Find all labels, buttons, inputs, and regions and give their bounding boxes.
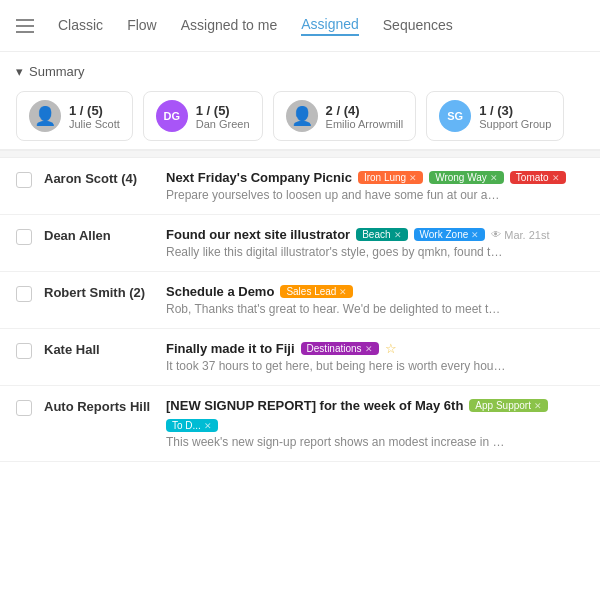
section-divider: [0, 150, 600, 158]
tag[interactable]: Tomato ✕: [510, 171, 566, 184]
card-count: 1 / (5): [196, 103, 250, 118]
tag[interactable]: Work Zone ✕: [414, 228, 486, 241]
conversation-row[interactable]: Kate Hall Finally made it to Fiji Destin…: [0, 329, 600, 386]
tag-remove-icon[interactable]: ✕: [409, 173, 417, 183]
tag[interactable]: To D... ✕: [166, 419, 218, 432]
tag-remove-icon[interactable]: ✕: [204, 421, 212, 431]
card-count: 1 / (5): [69, 103, 120, 118]
subject-line: Found our next site illustrator Beach ✕W…: [166, 227, 584, 242]
tag-remove-icon[interactable]: ✕: [339, 287, 347, 297]
conversation-preview: It took 37 hours to get here, but being …: [166, 359, 506, 373]
card-info: 1 / (5) Julie Scott: [69, 103, 120, 130]
card-name: Emilio Arrowmill: [326, 118, 404, 130]
card-name: Support Group: [479, 118, 551, 130]
chevron-down-icon: ▾: [16, 64, 23, 79]
summary-card-julie[interactable]: 👤 1 / (5) Julie Scott: [16, 91, 133, 141]
conv-date: 👁 Mar. 21st: [491, 229, 549, 241]
conversation-row[interactable]: Robert Smith (2) Schedule a Demo Sales L…: [0, 272, 600, 329]
summary-label: Summary: [29, 64, 85, 79]
tag[interactable]: Iron Lung ✕: [358, 171, 423, 184]
tag-remove-icon[interactable]: ✕: [490, 173, 498, 183]
conversation-subject: [NEW SIGNUP REPORT] for the week of May …: [166, 398, 463, 413]
conversation-row[interactable]: Dean Allen Found our next site illustrat…: [0, 215, 600, 272]
card-info: 1 / (5) Dan Green: [196, 103, 250, 130]
tag[interactable]: App Support ✕: [469, 399, 548, 412]
tag-remove-icon[interactable]: ✕: [471, 230, 479, 240]
card-count: 1 / (3): [479, 103, 551, 118]
conversation-sender: Robert Smith (2): [44, 284, 154, 300]
nav-tab-sequences[interactable]: Sequences: [383, 17, 453, 35]
conversation-checkbox[interactable]: [16, 229, 32, 245]
subject-line: [NEW SIGNUP REPORT] for the week of May …: [166, 398, 584, 432]
conversation-row[interactable]: Aaron Scott (4) Next Friday's Company Pi…: [0, 158, 600, 215]
avatar: 👤: [286, 100, 318, 132]
summary-toggle[interactable]: ▾ Summary: [16, 64, 584, 79]
nav-tab-flow[interactable]: Flow: [127, 17, 157, 35]
conversation-sender: Kate Hall: [44, 341, 154, 357]
nav-tab-assigned-to-me[interactable]: Assigned to me: [181, 17, 278, 35]
tag-remove-icon[interactable]: ✕: [552, 173, 560, 183]
conversation-subject: Found our next site illustrator: [166, 227, 350, 242]
conversation-preview: Really like this digital illustrator's s…: [166, 245, 506, 259]
summary-cards: 👤 1 / (5) Julie Scott DG 1 / (5) Dan Gre…: [16, 91, 584, 141]
conversation-checkbox[interactable]: [16, 286, 32, 302]
tag[interactable]: Sales Lead ✕: [280, 285, 353, 298]
subject-line: Finally made it to Fiji Destinations ✕ ☆: [166, 341, 584, 356]
conversation-content: Found our next site illustrator Beach ✕W…: [166, 227, 584, 259]
summary-section: ▾ Summary 👤 1 / (5) Julie Scott DG 1 / (…: [0, 52, 600, 150]
hamburger-menu[interactable]: [16, 19, 34, 33]
conversation-sender: Auto Reports Hill: [44, 398, 154, 414]
card-info: 1 / (3) Support Group: [479, 103, 551, 130]
tag[interactable]: Wrong Way ✕: [429, 171, 504, 184]
summary-card-support[interactable]: SG 1 / (3) Support Group: [426, 91, 564, 141]
conversation-subject: Next Friday's Company Picnic: [166, 170, 352, 185]
conversation-preview: Rob, Thanks that's great to hear. We'd b…: [166, 302, 506, 316]
conversation-content: [NEW SIGNUP REPORT] for the week of May …: [166, 398, 584, 449]
conversation-subject: Finally made it to Fiji: [166, 341, 295, 356]
subject-line: Next Friday's Company Picnic Iron Lung ✕…: [166, 170, 584, 185]
avatar: 👤: [29, 100, 61, 132]
conversation-checkbox[interactable]: [16, 172, 32, 188]
summary-card-emilio[interactable]: 👤 2 / (4) Emilio Arrowmill: [273, 91, 417, 141]
conversation-content: Finally made it to Fiji Destinations ✕ ☆…: [166, 341, 584, 373]
conversation-preview: This week's new sign-up report shows an …: [166, 435, 506, 449]
top-nav: ClassicFlowAssigned to meAssignedSequenc…: [0, 0, 600, 52]
conversation-sender: Aaron Scott (4): [44, 170, 154, 186]
card-count: 2 / (4): [326, 103, 404, 118]
tag-remove-icon[interactable]: ✕: [534, 401, 542, 411]
eye-icon: 👁: [491, 229, 501, 240]
card-info: 2 / (4) Emilio Arrowmill: [326, 103, 404, 130]
tag[interactable]: Destinations ✕: [301, 342, 379, 355]
conversation-sender: Dean Allen: [44, 227, 154, 243]
conversation-checkbox[interactable]: [16, 343, 32, 359]
conversation-content: Schedule a Demo Sales Lead ✕ Rob, Thanks…: [166, 284, 584, 316]
nav-tab-assigned[interactable]: Assigned: [301, 16, 359, 36]
conversation-content: Next Friday's Company Picnic Iron Lung ✕…: [166, 170, 584, 202]
avatar: DG: [156, 100, 188, 132]
conversation-preview: Prepare yourselves to loosen up and have…: [166, 188, 506, 202]
card-name: Dan Green: [196, 118, 250, 130]
subject-line: Schedule a Demo Sales Lead ✕: [166, 284, 584, 299]
conversation-list: Aaron Scott (4) Next Friday's Company Pi…: [0, 158, 600, 462]
card-name: Julie Scott: [69, 118, 120, 130]
tag-remove-icon[interactable]: ✕: [394, 230, 402, 240]
tag[interactable]: Beach ✕: [356, 228, 407, 241]
tag-remove-icon[interactable]: ✕: [365, 344, 373, 354]
bookmark-icon[interactable]: ☆: [385, 341, 397, 356]
avatar: SG: [439, 100, 471, 132]
summary-card-dan[interactable]: DG 1 / (5) Dan Green: [143, 91, 263, 141]
conversation-checkbox[interactable]: [16, 400, 32, 416]
conversation-row[interactable]: Auto Reports Hill [NEW SIGNUP REPORT] fo…: [0, 386, 600, 462]
conversation-subject: Schedule a Demo: [166, 284, 274, 299]
nav-tab-classic[interactable]: Classic: [58, 17, 103, 35]
